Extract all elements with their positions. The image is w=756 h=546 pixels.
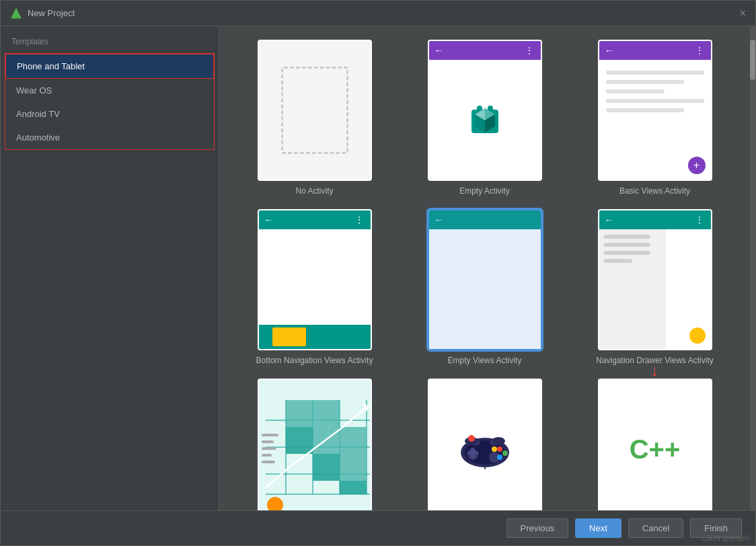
svg-rect-24: [340, 481, 367, 494]
bnav-back-arrow-icon: ←: [264, 214, 274, 225]
bnav-top-bar: ← ⋮: [259, 210, 371, 229]
svg-rect-30: [262, 461, 275, 463]
template-thumb-maps: [258, 379, 372, 510]
nav-drawer-top-bar: ← ⋮: [599, 210, 711, 229]
template-label-empty-activity: Empty Activity: [459, 186, 510, 196]
list-line-3: [606, 89, 665, 93]
sidebar-item-automotive[interactable]: Automotive: [5, 126, 214, 149]
template-thumb-cpp: C++: [598, 379, 712, 510]
template-no-activity[interactable]: No Activity: [239, 40, 389, 196]
template-thumb-no-activity: [258, 40, 372, 181]
basic-views-top-bar: ← ⋮: [599, 41, 711, 60]
template-thumb-nav-drawer: ← ⋮: [598, 209, 712, 350]
svg-point-45: [468, 435, 475, 442]
previous-button[interactable]: Previous: [506, 518, 569, 538]
svg-rect-29: [262, 454, 272, 457]
bnav-bottom-bar: [259, 325, 371, 349]
template-game-activity[interactable]: Game Activity: [410, 379, 560, 510]
template-thumb-game: [428, 379, 542, 510]
svg-rect-26: [262, 434, 278, 436]
svg-point-39: [497, 455, 502, 460]
svg-rect-27: [262, 440, 274, 443]
watermark: CSDN @秋知叶i: [702, 534, 751, 543]
svg-rect-22: [313, 454, 340, 481]
template-thumb-basic-views-activity: ← ⋮ +: [598, 40, 712, 181]
title-bar: New Project ×: [1, 1, 755, 26]
window-title: New Project: [28, 8, 75, 18]
svg-point-40: [492, 446, 497, 452]
maps-thumb-body: [259, 380, 371, 510]
basic-views-body: [599, 60, 711, 123]
back-arrow-icon: ←: [434, 45, 444, 56]
templates-grid-container: No Activity ← ⋮: [219, 26, 750, 510]
list-line-1: [606, 71, 704, 75]
list-line-5: [606, 108, 685, 112]
svg-rect-19: [286, 427, 313, 454]
drawer-line-4: [603, 259, 633, 263]
template-thumb-bottom-nav: ← ⋮: [258, 209, 372, 350]
cancel-button[interactable]: Cancel: [628, 518, 683, 538]
android-logo-icon: [465, 96, 505, 143]
sidebar: Templates Phone and Tablet Wear OS Andro…: [1, 26, 219, 510]
bv-fab-icon: +: [688, 157, 706, 174]
next-button[interactable]: Next: [575, 518, 621, 538]
template-bottom-nav[interactable]: ← ⋮ Bottom Navigation Views Activity: [239, 209, 389, 365]
sidebar-item-wear-os[interactable]: Wear OS: [5, 79, 214, 102]
bnav-body: [259, 229, 371, 325]
scrollbar-thumb[interactable]: [750, 40, 755, 80]
nd-dots-icon: ⋮: [695, 214, 706, 225]
template-label-basic-views: Basic Views Activity: [619, 186, 690, 196]
cpp-text-icon: C++: [630, 434, 681, 465]
svg-point-37: [497, 446, 502, 452]
empty-views-body: [429, 229, 541, 349]
scrollbar[interactable]: [750, 26, 755, 510]
templates-grid: No Activity ← ⋮: [239, 40, 730, 510]
bnav-dots-icon: ⋮: [354, 214, 365, 225]
sidebar-item-android-tv[interactable]: Android TV: [5, 102, 214, 126]
content-area: Templates Phone and Tablet Wear OS Andro…: [1, 26, 755, 510]
android-icon: [10, 7, 22, 20]
svg-point-44: [492, 437, 505, 445]
drawer-line-3: [603, 251, 650, 255]
empty-views-top-bar: ←: [429, 210, 541, 229]
empty-activity-top-bar: ← ⋮: [429, 41, 541, 60]
chart-svg: [259, 380, 372, 510]
drawer-line-2: [603, 243, 650, 247]
template-label-bottom-nav: Bottom Navigation Views Activity: [256, 356, 373, 365]
bv-more-options-icon: ⋮: [695, 45, 706, 56]
svg-rect-36: [471, 448, 475, 459]
template-empty-activity[interactable]: ← ⋮: [410, 40, 560, 196]
list-line-2: [606, 80, 685, 84]
new-project-dialog: New Project × Templates Phone and Tablet…: [0, 0, 756, 546]
template-native-cpp[interactable]: C++ Native C++ Activity: [580, 379, 730, 510]
close-button[interactable]: ×: [740, 8, 746, 19]
svg-rect-17: [286, 400, 313, 427]
template-basic-views-activity[interactable]: ← ⋮ + Ba: [580, 40, 730, 196]
red-arrow-icon: ↓: [651, 361, 659, 380]
template-maps-activity[interactable]: Google Maps Views Activity: [239, 379, 389, 510]
drawer-fab-icon: [689, 327, 706, 344]
drawer-panel: [599, 229, 667, 349]
svg-rect-18: [313, 400, 340, 427]
ev-back-arrow-icon: ←: [434, 214, 444, 225]
svg-rect-28: [262, 447, 276, 450]
nd-back-arrow-icon: ←: [605, 214, 614, 225]
template-empty-views-activity[interactable]: ← Empty Views Activity: [410, 209, 560, 365]
list-line-4: [606, 99, 704, 103]
sidebar-border: Phone and Tablet Wear OS Android TV Auto…: [5, 53, 215, 150]
template-thumb-empty-views: ←: [428, 209, 542, 350]
svg-point-38: [502, 451, 508, 456]
sidebar-item-phone-tablet[interactable]: Phone and Tablet: [5, 54, 214, 79]
empty-activity-body: [429, 60, 541, 180]
svg-rect-23: [340, 454, 367, 481]
more-options-icon: ⋮: [525, 45, 535, 56]
footer: Previous Next Cancel Finish: [1, 510, 755, 545]
template-label-no-activity: No Activity: [295, 186, 333, 196]
template-thumb-empty-activity: ← ⋮: [428, 40, 542, 181]
svg-rect-21: [340, 427, 367, 454]
template-label-empty-views: Empty Views Activity: [448, 356, 522, 365]
template-nav-drawer[interactable]: ← ⋮ Navigation Drawer: [580, 209, 730, 365]
bv-back-arrow-icon: ←: [605, 45, 614, 56]
no-activity-dashed-rect: [281, 67, 348, 154]
drawer-line-1: [603, 235, 650, 239]
